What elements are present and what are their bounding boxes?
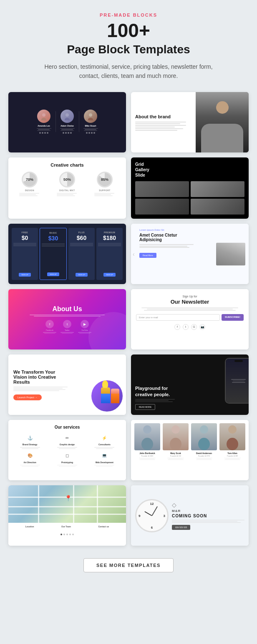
social-twitter-label: Twitter: [65, 329, 70, 331]
card-gallery-inner: GridGallerySlide: [131, 157, 249, 219]
card-brand[interactable]: About the brand: [131, 92, 249, 152]
phone-mockup: [225, 358, 249, 404]
tp-line: [196, 458, 212, 458]
map-our-team: Our Team: [61, 525, 71, 528]
card-playground[interactable]: Playground for creative people. READ MOR…: [131, 354, 249, 415]
nl-facebook-icon[interactable]: f: [174, 324, 180, 330]
card-newsletter-inner: Sign Up for Our Newsletter Enter your e-…: [131, 289, 249, 349]
slider-accent: Lorem ipsum Dolor Sit: [139, 229, 211, 231]
nl-line: [147, 309, 233, 310]
services-title: Our services: [13, 425, 122, 429]
pg-line: [135, 400, 169, 401]
card-services[interactable]: Our services ⚓ Brand Strategy ✏ Graphic …: [8, 420, 126, 480]
card-creative[interactable]: We Transform Your Vision into Creative R…: [8, 354, 126, 415]
avatar-adam: [60, 110, 74, 123]
service-line: [20, 465, 40, 466]
member-lines-3: [83, 128, 98, 131]
coming-lines: [172, 520, 244, 523]
slider-btn[interactable]: Read More: [139, 253, 156, 258]
phone-content-lines: [231, 379, 246, 383]
photo-tom: [219, 423, 245, 450]
see-more-button[interactable]: SEE MORE TEMPLATES: [83, 558, 174, 572]
youtube-icon: ▶: [81, 320, 89, 328]
map-road-v1: [38, 485, 39, 523]
member-name-3: Mike Stuart: [85, 125, 96, 127]
card-charts[interactable]: Creative charts 70% DESIGN: [8, 157, 126, 219]
chart-pct-1: 70%: [26, 177, 33, 182]
social-tiny-line: [60, 332, 74, 333]
tp-line: [224, 459, 240, 460]
card-coming-soon[interactable]: 12 3 6 9 ◇ M&R COMING SOON: [131, 485, 249, 546]
map-pin: 📍: [65, 495, 72, 502]
pricing-line: [98, 243, 121, 244]
pg-read-more-btn[interactable]: READ MORE: [135, 404, 155, 410]
slider-title: Amet Conse Ctetur Adipisicing: [139, 233, 198, 242]
pricing-line: [70, 245, 93, 246]
card-gallery[interactable]: GridGallerySlide: [131, 157, 249, 219]
tiny-line: [60, 130, 74, 131]
card-pricing[interactable]: Free $0 SIGN UP Basic $30: [8, 224, 126, 284]
svg-point-3: [65, 118, 70, 120]
card-playground-inner: Playground for creative people. READ MOR…: [131, 354, 249, 415]
service-line: [94, 447, 114, 448]
service-lines-4: [20, 465, 40, 467]
map-road-h2: [8, 506, 126, 507]
pricing-lines-3: [70, 243, 93, 246]
service-name-2: Graphic design: [60, 443, 75, 446]
nl-email-input[interactable]: Enter your e-mail: [136, 314, 220, 321]
chart-70: 70%: [22, 172, 38, 187]
pricing-btn-1[interactable]: SIGN UP: [19, 273, 30, 277]
art-direction-icon: 🎨: [26, 452, 34, 460]
social-fb-lines: [43, 332, 56, 334]
coming-text: ◇ M&R COMING SOON 606-505-505: [172, 502, 244, 530]
pricing-col-2: Basic $30 SIGN UP: [40, 228, 67, 280]
slider-arrow-left[interactable]: ‹: [133, 251, 135, 257]
nl-google-icon[interactable]: G: [191, 324, 197, 330]
social-dot: [68, 132, 69, 134]
map-dot-5: [72, 534, 74, 535]
pricing-lines-1: [13, 243, 36, 246]
tp-line: [140, 459, 154, 459]
card-about-inner: About Us f Facebook t: [8, 289, 126, 349]
illus-person1: [101, 387, 110, 403]
coming-phone-btn[interactable]: 606-505-505: [172, 525, 190, 530]
card-slider[interactable]: ‹ Lorem ipsum Dolor Sit Amet Conse Ctetu…: [131, 224, 249, 284]
svg-point-10: [200, 425, 208, 434]
card-team[interactable]: Amanda Lee: [8, 92, 126, 152]
pre-label: PRE-MADE BLOCKS: [8, 12, 249, 17]
pricing-btn-2[interactable]: SIGN UP: [47, 272, 59, 276]
card-charts-inner: Creative charts 70% DESIGN: [8, 157, 126, 218]
gallery-cell-1: [135, 181, 189, 197]
brand-portrait: [196, 92, 249, 152]
svg-point-11: [198, 438, 210, 450]
creative-launch-btn[interactable]: Launch Project →: [13, 394, 42, 400]
chart-pct-3: 85%: [101, 177, 108, 182]
card-newsletter[interactable]: Sign Up for Our Newsletter Enter your e-…: [131, 289, 249, 349]
social-dot: [88, 132, 90, 134]
pg-title: Playground for creative people.: [135, 385, 177, 397]
photo-david: [191, 423, 217, 450]
avatar-amanda: [37, 110, 50, 123]
nl-twitter-icon[interactable]: t: [183, 324, 189, 330]
social-dot: [44, 132, 46, 134]
brand-line: [135, 128, 183, 129]
map-road-h3: [8, 514, 126, 515]
card-team-photos[interactable]: John Borthwick Founder & CEO Mary Scott: [131, 420, 249, 480]
nl-instagram-icon[interactable]: 📷: [199, 324, 205, 330]
card-team-photos-inner: John Borthwick Founder & CEO Mary Scott: [131, 420, 249, 480]
member-lines-2: [60, 128, 75, 131]
svg-point-12: [228, 425, 237, 434]
card-about-us[interactable]: About Us f Facebook t: [8, 289, 126, 349]
pricing-btn-3[interactable]: SIGN UP: [76, 273, 87, 277]
team-member-1: Amanda Lee: [37, 110, 51, 134]
slider-image: [216, 242, 245, 265]
gallery-title: GridGallerySlide: [135, 162, 244, 178]
pricing-btn-4[interactable]: SIGN UP: [103, 273, 115, 277]
coming-line: [172, 521, 237, 522]
phone-notch: [234, 360, 243, 362]
svg-point-7: [141, 438, 153, 450]
nl-subscribe-btn[interactable]: SUBSCRIBE!: [222, 314, 244, 321]
social-dots-2: [63, 132, 72, 134]
card-map[interactable]: 📍 Location Our Team Contact us: [8, 485, 126, 546]
sub-title: Page Block Templates: [8, 43, 249, 56]
